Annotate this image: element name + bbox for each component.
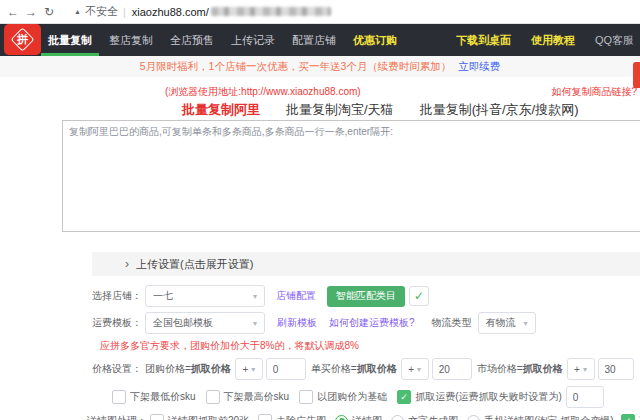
checkbox-grab-freight[interactable]: ✓ 抓取运费(运费抓取失败时设置为) — [397, 390, 562, 404]
checkbox-label: 下架最高价sku — [224, 390, 290, 404]
nav-item-batch-copy[interactable]: 批量复制 — [48, 24, 92, 56]
shop-select-value: 一七 — [153, 289, 173, 303]
sku-options-row: 下架最低价sku 下架最高价sku 以团购价为基础 ✓ 抓取运费(运费抓取失败时… — [85, 386, 640, 408]
market-price-grab: 抓取价格 — [523, 362, 563, 376]
logo-diamond-icon: 拼 — [10, 27, 34, 51]
freight-template-label: 运费模板： — [85, 316, 142, 330]
checkbox-label: 去除广告图 — [276, 414, 326, 420]
download-desktop-link[interactable]: 下载到桌面 — [456, 33, 511, 48]
browser-toolbar: ← → ↻ ▲ 不安全 | xiaozhu88.com/ — [0, 0, 640, 24]
promo-notice-bar: 5月限时福利，1个店铺一次优惠，买一年送3个月（续费时间累加） 立即续费 — [0, 56, 640, 77]
top-navbar: 拼 批量复制 整店复制 全店预售 上传记录 配置店铺 优惠订购 下载到桌面 使用… — [0, 24, 640, 56]
tab-copy-taobao-tmall[interactable]: 批量复制淘宝/天猫 — [286, 101, 394, 119]
upload-settings-label: 上传设置(点击展开设置) — [136, 257, 253, 272]
browser-back-button[interactable]: ← — [4, 5, 22, 19]
nav-item-upload-records[interactable]: 上传记录 — [231, 24, 275, 56]
detail-image-row: 详情图处理： 详情图抓取前20张 去除广告图 详情图 文字生成图 手机详情图(淘… — [85, 414, 640, 420]
group-price-input[interactable] — [266, 358, 306, 380]
radio-mobile-detail-image[interactable]: 手机详情图(淘宝,抓取会变慢) — [467, 414, 613, 420]
group-price-prefix: 团购价格= — [145, 362, 191, 376]
check-icon: ✓ — [400, 392, 408, 402]
nav-menu: 批量复制 整店复制 全店预售 上传记录 配置店铺 优惠订购 — [48, 24, 397, 56]
url-divider: | — [123, 6, 126, 18]
logistics-type-label: 物流类型 — [432, 316, 472, 330]
checkbox-checked-icon: ✓ — [621, 414, 635, 420]
checkbox-icon — [150, 414, 164, 420]
site-url: xiaozhu88.com/ — [132, 6, 209, 18]
browser-hint-text: (浏览器使用地址:http://www.xiaozhu88.com) — [165, 85, 361, 99]
source-tabs: 批量复制阿里 批量复制淘宝/天猫 批量复制(抖音/京东/搜款网) — [0, 100, 640, 120]
market-price-op-select[interactable]: + ▾ — [567, 358, 595, 380]
checkbox-icon — [206, 390, 220, 404]
product-links-textarea[interactable] — [62, 120, 640, 232]
checkbox-grab-first-20[interactable]: 详情图抓取前20张 — [150, 414, 249, 420]
radio-selected-icon — [335, 415, 348, 420]
price-policy-warning: 应拼多多官方要求，团购价加价大于8%的，将默认调成8% — [100, 339, 640, 353]
caret-down-icon: ▾ — [253, 292, 257, 301]
price-settings-label: 价格设置： — [85, 362, 142, 376]
caret-down-icon: ▾ — [524, 319, 528, 328]
radio-label: 文字生成图 — [408, 414, 458, 420]
checkbox-remove-ads[interactable]: 去除广告图 — [258, 414, 326, 420]
shop-select[interactable]: 一七 ▾ — [145, 285, 265, 307]
settings-form: 选择店铺： 一七 ▾ 店铺配置 智能匹配类目 ✓ 运费模板： 全国包邮模板 ▾ … — [85, 276, 640, 420]
price-settings-row: 价格设置： 团购价格=抓取价格 + ▾ 单买价格=抓取价格 + ▾ 市场价格=抓… — [85, 358, 640, 380]
freight-fallback-input[interactable] — [566, 386, 604, 408]
single-price-grab: 抓取价格 — [357, 362, 397, 376]
qq-service-link[interactable]: QQ客服 — [595, 33, 634, 48]
detail-image-label: 详情图处理： — [85, 414, 147, 420]
freight-template-select[interactable]: 全国包邮模板 ▾ — [145, 312, 265, 334]
caret-down-icon: ▾ — [583, 365, 587, 374]
checkbox-group-price-base[interactable]: 以团购价为基础 — [299, 390, 387, 404]
howto-copy-link[interactable]: 如何复制商品链接? — [551, 85, 637, 99]
checkbox-icon — [299, 390, 313, 404]
nav-item-configure-shop[interactable]: 配置店铺 — [292, 24, 336, 56]
chevron-right-icon: › — [125, 257, 129, 271]
logistics-type-select[interactable]: 有物流 ▾ — [478, 312, 536, 334]
single-price-op: + — [408, 364, 414, 375]
check-icon: ✓ — [414, 289, 424, 303]
group-price-grab: 抓取价格 — [191, 362, 231, 376]
address-bar[interactable]: ▲ 不安全 | xiaozhu88.com/ — [74, 4, 331, 19]
caret-down-icon: ▾ — [253, 319, 257, 328]
tab-copy-alibaba[interactable]: 批量复制阿里 — [182, 101, 260, 119]
nav-item-discount-order[interactable]: 优惠订购 — [353, 24, 397, 56]
radio-text-to-image[interactable]: 文字生成图 — [391, 414, 458, 420]
single-price-input[interactable] — [432, 358, 472, 380]
checkbox-remove-highest-sku[interactable]: 下架最高价sku — [206, 390, 290, 404]
browser-reload-button[interactable]: ↻ — [40, 5, 58, 19]
textarea-wrapper — [62, 120, 640, 236]
caret-down-icon: ▾ — [251, 365, 255, 374]
checkbox-label: 下架最低价sku — [130, 390, 196, 404]
app-logo[interactable]: 拼 — [4, 24, 41, 55]
shop-row: 选择店铺： 一七 ▾ 店铺配置 智能匹配类目 ✓ — [85, 285, 640, 307]
checkbox-checked-icon: ✓ — [397, 390, 411, 404]
market-price-input[interactable] — [598, 358, 634, 380]
smart-match-category-button[interactable]: 智能匹配类目 — [327, 286, 405, 307]
freight-template-value: 全国包邮模板 — [153, 316, 213, 330]
refresh-template-link[interactable]: 刷新模板 — [277, 316, 317, 330]
nav-item-store-presale[interactable]: 全店预售 — [170, 24, 214, 56]
radio-label: 手机详情图(淘宝,抓取会变慢) — [484, 414, 613, 420]
upload-settings-toggle[interactable]: › 上传设置(点击展开设置) — [92, 252, 640, 276]
browser-forward-button[interactable]: → — [22, 5, 40, 19]
checkbox-label: 详情图抓取前20张 — [168, 414, 249, 420]
checkbox-remove-lowest-sku[interactable]: 下架最低价sku — [112, 390, 196, 404]
tab-copy-douyin-jd[interactable]: 批量复制(抖音/京东/搜款网) — [420, 101, 579, 119]
checkbox-hd-image[interactable]: ✓ 高清图 — [621, 414, 640, 420]
radio-detail-image[interactable]: 详情图 — [335, 414, 382, 420]
single-price-op-select[interactable]: + ▾ — [401, 358, 429, 380]
shop-select-label: 选择店铺： — [85, 289, 142, 303]
create-template-help-link[interactable]: 如何创建运费模板? — [329, 316, 415, 330]
promo-text: 5月限时福利，1个店铺一次优惠，买一年送3个月（续费时间累加） — [140, 60, 452, 72]
nav-item-store-copy[interactable]: 整店复制 — [109, 24, 153, 56]
group-price-op-select[interactable]: + ▾ — [235, 358, 263, 380]
tutorial-link[interactable]: 使用教程 — [531, 33, 575, 48]
shop-config-link[interactable]: 店铺配置 — [276, 289, 316, 303]
blurred-url-path — [211, 7, 331, 16]
radio-icon — [467, 415, 480, 420]
renew-now-link[interactable]: 立即续费 — [458, 60, 500, 72]
smart-match-checkbox[interactable]: ✓ — [409, 286, 429, 306]
freight-row: 运费模板： 全国包邮模板 ▾ 刷新模板 如何创建运费模板? 物流类型 有物流 ▾ — [85, 312, 640, 334]
logo-character: 拼 — [17, 32, 28, 47]
